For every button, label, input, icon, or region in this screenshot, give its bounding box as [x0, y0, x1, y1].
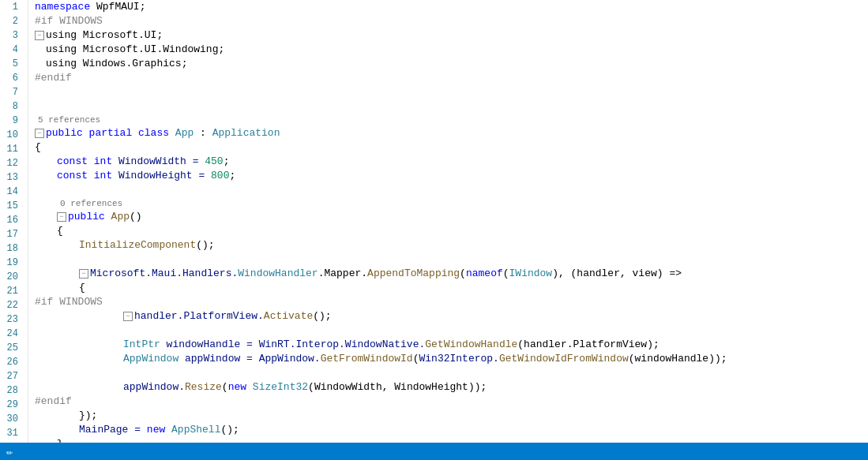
- token: 450: [205, 155, 223, 169]
- collapse-button[interactable]: −: [35, 31, 44, 40]
- line-number: 17: [6, 227, 18, 241]
- token: #if WINDOWS: [35, 295, 103, 309]
- collapse-button[interactable]: −: [35, 129, 44, 138]
- line-number: 26: [6, 355, 18, 369]
- token: {: [35, 140, 41, 155]
- token: MainPage =: [79, 423, 147, 437]
- code-line: }: [35, 437, 868, 443]
- token: GetWindowHandle: [425, 338, 517, 352]
- code-line-wrapper: −Microsoft.Maui.Handlers.WindowHandler.M…: [35, 267, 868, 281]
- token: appWindow =: [178, 352, 258, 366]
- editor-container: 1234567891011121314151617181920212223242…: [0, 0, 868, 460]
- token: ), (handler, view) =>: [552, 267, 682, 281]
- token: Resize: [185, 380, 222, 395]
- code-line: −handler.PlatformView.Activate();: [35, 309, 868, 323]
- code-line-wrapper: const int WindowHeight = 800;: [35, 169, 868, 183]
- code-line: const int WindowWidth = 450;: [35, 155, 868, 169]
- line-number: 16: [6, 213, 18, 227]
- line-number: 19: [6, 256, 18, 270]
- code-line: using Windows.Graphics;: [35, 57, 868, 71]
- line-number: 22: [6, 298, 18, 312]
- token: (: [413, 352, 419, 366]
- token: (: [222, 380, 228, 395]
- line-numbers: 1234567891011121314151617181920212223242…: [0, 0, 28, 443]
- code-line: [35, 323, 868, 338]
- token: AppendToMapping: [367, 267, 460, 281]
- token: public partial class: [46, 126, 175, 140]
- token: const int: [57, 155, 112, 169]
- code-line: −public App(): [35, 210, 868, 224]
- code-line-wrapper: using Microsoft.UI.Windowing;: [35, 43, 868, 57]
- code-line-wrapper: [35, 252, 868, 267]
- code-line-wrapper: MainPage = new AppShell();: [35, 423, 868, 437]
- collapse-button[interactable]: −: [79, 269, 88, 279]
- code-line: −Microsoft.Maui.Handlers.WindowHandler.M…: [35, 267, 868, 281]
- token: (handler.PlatformView);: [517, 338, 659, 352]
- token: #endif: [35, 71, 72, 85]
- token: WindowWidth =: [112, 155, 205, 169]
- code-line-wrapper: [35, 85, 868, 99]
- token: GetWindowIdFromWindow: [499, 352, 629, 366]
- code-line: AppWindow appWindow = AppWindow.GetFromW…: [35, 352, 868, 366]
- token: WpfMAUI;: [90, 0, 145, 14]
- token: namespace: [35, 0, 90, 14]
- code-line-wrapper: IntPtr windowHandle = WinRT.Interop.Wind…: [35, 338, 868, 352]
- token: Microsoft.Maui.Handlers.: [90, 267, 238, 281]
- token: new: [147, 423, 171, 437]
- token: AppWindow.: [259, 352, 321, 366]
- code-line-wrapper: [35, 183, 868, 197]
- ref-hint: 5 references: [35, 114, 868, 126]
- pencil-icon: ✏: [6, 445, 13, 458]
- line-number: 8: [6, 99, 18, 114]
- code-line-wrapper: [35, 323, 868, 338]
- token: ;: [224, 155, 230, 169]
- line-number: 14: [6, 185, 18, 199]
- token: nameof: [466, 267, 503, 281]
- collapse-button[interactable]: −: [57, 212, 66, 222]
- code-line-wrapper: [35, 366, 868, 380]
- code-line: [35, 85, 868, 99]
- code-line-wrapper: using Windows.Graphics;: [35, 57, 868, 71]
- line-number: 12: [6, 156, 18, 170]
- line-number: 10: [6, 128, 18, 142]
- code-content[interactable]: namespace WpfMAUI;#if WINDOWS−using Micr…: [28, 0, 868, 443]
- token: #if WINDOWS: [35, 14, 103, 28]
- code-line: });: [35, 409, 868, 423]
- code-line-wrapper: #endif: [35, 395, 868, 409]
- token: ();: [220, 423, 239, 437]
- code-line-wrapper: −handler.PlatformView.Activate();: [35, 309, 868, 323]
- line-number: 1: [6, 0, 18, 14]
- code-line: [35, 183, 868, 197]
- collapse-button[interactable]: −: [123, 312, 133, 321]
- code-line-wrapper: {: [35, 224, 868, 238]
- line-number: 25: [6, 341, 18, 355]
- code-line-wrapper: [35, 99, 868, 114]
- token: App: [175, 126, 194, 140]
- line-number: 15: [6, 199, 18, 213]
- code-line-wrapper: 0 references−public App(): [35, 197, 868, 224]
- token: #endif: [35, 395, 72, 409]
- code-line: #if WINDOWS: [35, 295, 868, 309]
- bottom-bar: ✏: [0, 443, 868, 460]
- token: (WindowWidth, WindowHeight));: [308, 380, 487, 395]
- line-number: 21: [6, 284, 18, 298]
- token: {: [57, 224, 63, 238]
- code-line: −public partial class App : Application: [35, 126, 868, 140]
- code-line-wrapper: {: [35, 281, 868, 295]
- token: });: [79, 409, 97, 423]
- code-line-wrapper: {: [35, 140, 868, 155]
- token: using Windows.Graphics;: [46, 57, 187, 71]
- code-line: {: [35, 281, 868, 295]
- code-line-wrapper: −using Microsoft.UI;: [35, 28, 868, 43]
- code-line: namespace WpfMAUI;: [35, 0, 868, 14]
- token: (windowHandle));: [629, 352, 727, 366]
- line-number: 7: [6, 85, 18, 99]
- line-number: 2: [6, 14, 18, 28]
- token: IntPtr: [123, 338, 160, 352]
- line-number: 20: [6, 270, 18, 284]
- code-line-wrapper: namespace WpfMAUI;: [35, 0, 868, 14]
- line-number: 31: [6, 426, 18, 440]
- token: 800: [211, 169, 229, 183]
- code-line-wrapper: #endif: [35, 71, 868, 85]
- ref-hint: 0 references: [35, 197, 868, 210]
